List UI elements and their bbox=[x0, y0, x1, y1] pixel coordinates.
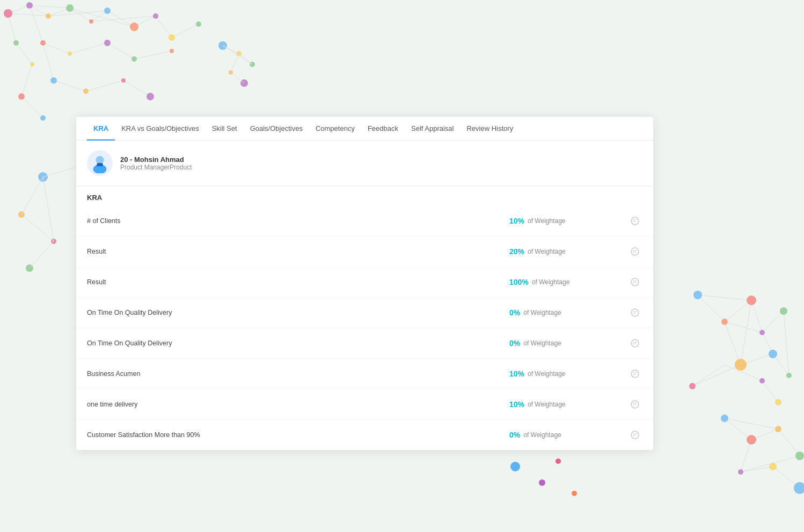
kra-row: Result 100% of Weightage bbox=[76, 267, 653, 298]
svg-point-27 bbox=[40, 40, 46, 46]
svg-line-78 bbox=[725, 365, 762, 381]
svg-point-130 bbox=[631, 370, 639, 378]
tab-kra[interactable]: KRA bbox=[87, 117, 115, 140]
svg-point-90 bbox=[780, 307, 787, 315]
svg-point-62 bbox=[229, 70, 233, 75]
svg-line-15 bbox=[43, 43, 70, 54]
svg-point-127 bbox=[631, 278, 639, 286]
svg-point-95 bbox=[775, 399, 781, 405]
svg-point-108 bbox=[795, 452, 804, 460]
svg-point-39 bbox=[40, 115, 46, 121]
svg-line-80 bbox=[698, 295, 751, 300]
svg-point-92 bbox=[689, 383, 696, 389]
weight-text: of Weightage bbox=[523, 431, 561, 439]
weight-number: 10% bbox=[509, 400, 524, 409]
profile-info: 20 - Mohsin Ahmad Product ManagerProduct bbox=[120, 156, 192, 171]
weight-text: of Weightage bbox=[528, 370, 566, 378]
svg-line-84 bbox=[762, 332, 773, 354]
tab-bar: KRAKRA vs Goals/ObjectivesSkill SetGoals… bbox=[76, 117, 653, 141]
tab-skill-set[interactable]: Skill Set bbox=[206, 117, 244, 140]
avatar bbox=[87, 150, 113, 176]
tab-feedback[interactable]: Feedback bbox=[361, 117, 405, 140]
profile-section: 20 - Mohsin Ahmad Product ManagerProduct bbox=[76, 141, 653, 186]
svg-point-38 bbox=[18, 93, 25, 100]
svg-point-43 bbox=[66, 4, 74, 12]
weight-text: of Weightage bbox=[528, 248, 566, 255]
kra-weight: 10% of Weightage bbox=[509, 370, 627, 378]
tab-goals/objectives[interactable]: Goals/Objectives bbox=[244, 117, 309, 140]
svg-point-109 bbox=[738, 469, 743, 475]
svg-point-128 bbox=[631, 309, 639, 316]
comment-icon[interactable] bbox=[627, 397, 642, 412]
svg-line-102 bbox=[773, 467, 800, 488]
svg-point-35 bbox=[147, 93, 154, 100]
tab-competency[interactable]: Competency bbox=[309, 117, 361, 140]
svg-line-11 bbox=[48, 11, 107, 16]
tab-review-history[interactable]: Review History bbox=[460, 117, 520, 140]
kra-weight: 0% of Weightage bbox=[509, 308, 627, 317]
svg-point-33 bbox=[83, 88, 89, 94]
svg-point-132 bbox=[631, 431, 639, 439]
kra-label: one time delivery bbox=[87, 401, 509, 408]
svg-line-26 bbox=[21, 97, 43, 118]
svg-line-65 bbox=[223, 46, 239, 54]
svg-point-34 bbox=[121, 78, 126, 83]
section-heading: KRA bbox=[76, 186, 653, 206]
weight-number: 0% bbox=[509, 339, 520, 348]
svg-line-100 bbox=[741, 440, 751, 472]
svg-point-42 bbox=[46, 13, 51, 19]
svg-line-79 bbox=[762, 381, 778, 402]
svg-point-89 bbox=[759, 330, 765, 335]
svg-point-30 bbox=[131, 56, 137, 62]
comment-icon[interactable] bbox=[627, 305, 642, 320]
profile-name: 20 - Mohsin Ahmad bbox=[120, 156, 192, 164]
svg-line-12 bbox=[70, 8, 134, 27]
svg-line-77 bbox=[692, 365, 725, 386]
svg-line-82 bbox=[692, 365, 741, 386]
svg-point-120 bbox=[572, 491, 577, 496]
kra-label: Customer Satisfaction More than 90% bbox=[87, 431, 509, 439]
svg-point-47 bbox=[153, 13, 158, 19]
comment-icon[interactable] bbox=[627, 427, 642, 442]
tab-kra-vs-goals/objectives[interactable]: KRA vs Goals/Objectives bbox=[115, 117, 206, 140]
comment-icon[interactable] bbox=[627, 244, 642, 259]
svg-line-58 bbox=[30, 241, 54, 268]
svg-point-44 bbox=[89, 19, 93, 24]
svg-line-103 bbox=[725, 418, 778, 429]
comment-icon[interactable] bbox=[627, 213, 642, 228]
svg-line-7 bbox=[156, 16, 172, 38]
weight-number: 10% bbox=[509, 217, 524, 225]
svg-point-86 bbox=[693, 291, 702, 299]
svg-point-31 bbox=[170, 49, 174, 53]
comment-icon[interactable] bbox=[627, 275, 642, 290]
svg-point-32 bbox=[50, 77, 57, 84]
svg-line-22 bbox=[123, 80, 150, 97]
svg-point-91 bbox=[735, 359, 747, 371]
svg-point-37 bbox=[30, 62, 34, 66]
kra-row: On Time On Quality Delivery 0% of Weight… bbox=[76, 298, 653, 328]
profile-title: Product ManagerProduct bbox=[120, 164, 192, 171]
svg-line-17 bbox=[107, 43, 134, 59]
weight-text: of Weightage bbox=[528, 401, 566, 408]
svg-line-24 bbox=[16, 43, 32, 64]
svg-line-18 bbox=[134, 51, 172, 59]
svg-line-10 bbox=[30, 5, 70, 8]
svg-line-99 bbox=[778, 429, 800, 456]
svg-point-53 bbox=[51, 239, 56, 244]
tab-self-appraisal[interactable]: Self Appraisal bbox=[405, 117, 461, 140]
svg-line-21 bbox=[86, 80, 123, 91]
svg-point-54 bbox=[26, 264, 33, 272]
svg-line-16 bbox=[70, 43, 107, 54]
comment-icon[interactable] bbox=[627, 336, 642, 351]
weight-number: 100% bbox=[509, 278, 529, 286]
kra-label: Result bbox=[87, 248, 509, 255]
weight-number: 20% bbox=[509, 247, 524, 256]
svg-point-64 bbox=[250, 62, 255, 67]
svg-line-76 bbox=[773, 354, 789, 375]
kra-weight: 10% of Weightage bbox=[509, 400, 627, 409]
svg-line-20 bbox=[54, 80, 86, 91]
svg-line-66 bbox=[231, 54, 239, 72]
svg-point-106 bbox=[747, 435, 756, 445]
comment-icon[interactable] bbox=[627, 366, 642, 381]
svg-line-8 bbox=[172, 24, 199, 38]
